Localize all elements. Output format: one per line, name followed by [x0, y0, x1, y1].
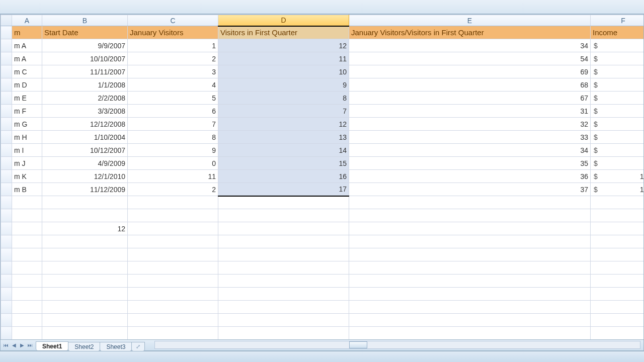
cell[interactable]: 12 [42, 222, 128, 235]
cell[interactable] [42, 235, 128, 248]
cell[interactable]: 5 [128, 92, 218, 105]
sheet-tab-1[interactable]: Sheet1 [36, 341, 68, 350]
cell[interactable] [42, 209, 128, 222]
cell[interactable]: $12.1 [591, 183, 644, 196]
cell[interactable] [218, 288, 349, 301]
cell[interactable] [591, 314, 644, 327]
row-header[interactable] [1, 327, 12, 340]
cell-B1[interactable]: Start Date [42, 26, 128, 39]
cell[interactable]: $4.1 [591, 78, 644, 92]
cell[interactable] [42, 275, 128, 288]
cell[interactable] [12, 301, 42, 314]
cell-selected-col[interactable]: 16 [218, 170, 349, 183]
cell[interactable]: $6.1 [591, 105, 644, 118]
tab-nav-last-icon[interactable]: ⏭ [27, 342, 34, 349]
cell[interactable]: m F [12, 105, 42, 118]
cell[interactable] [349, 209, 591, 222]
cell[interactable]: m K [12, 170, 42, 183]
cell[interactable]: $11.1 [591, 170, 644, 183]
cell[interactable] [128, 222, 218, 235]
cell[interactable]: $8.1 [591, 131, 644, 144]
cell-selected-col[interactable]: 8 [218, 92, 349, 105]
cell[interactable] [12, 327, 42, 340]
cell[interactable] [218, 301, 349, 314]
cell[interactable] [128, 196, 218, 209]
row-header[interactable] [1, 288, 12, 301]
cell[interactable]: 3 [128, 65, 218, 78]
cell[interactable]: $7.1 [591, 118, 644, 131]
row-header[interactable] [1, 196, 12, 209]
cell[interactable] [128, 261, 218, 275]
cell[interactable]: 11 [128, 170, 218, 183]
cell[interactable] [128, 275, 218, 288]
row-header[interactable] [1, 26, 12, 39]
cell[interactable]: 11/11/2007 [42, 65, 128, 78]
cell[interactable]: m A [12, 39, 42, 52]
tab-nav-next-icon[interactable]: ▶ [19, 342, 26, 349]
cell-selected-col[interactable]: 17 [218, 183, 349, 196]
col-header-A[interactable]: A [12, 15, 42, 26]
cell[interactable]: $1.1 [591, 65, 644, 78]
row-header[interactable] [1, 118, 12, 131]
cell[interactable]: 34 [349, 144, 591, 157]
cell[interactable] [218, 222, 349, 235]
cell[interactable]: 11/12/2009 [42, 183, 128, 196]
cell-selected-col[interactable]: 11 [218, 52, 349, 65]
cell[interactable]: 36 [349, 170, 591, 183]
cell[interactable] [12, 248, 42, 261]
worksheet-grid[interactable]: A B C D E F m Start Date January Visitor… [1, 15, 643, 339]
cell[interactable] [128, 288, 218, 301]
cell-selected-col[interactable]: 7 [218, 105, 349, 118]
cell[interactable] [218, 261, 349, 275]
cell[interactable]: 9 [128, 144, 218, 157]
cell[interactable] [12, 288, 42, 301]
col-header-F[interactable]: F [591, 15, 644, 26]
cell[interactable] [218, 327, 349, 340]
row-header[interactable] [1, 261, 12, 275]
cell[interactable] [42, 288, 128, 301]
cell-C1[interactable]: January Visitors [128, 26, 218, 39]
cell[interactable] [349, 327, 591, 340]
col-header-C[interactable]: C [128, 15, 218, 26]
cell[interactable]: 2 [128, 52, 218, 65]
cell[interactable]: m H [12, 131, 42, 144]
cell-A1[interactable]: m [12, 26, 42, 39]
cell[interactable] [218, 235, 349, 248]
row-header[interactable] [1, 52, 12, 65]
cell[interactable]: m J [12, 157, 42, 170]
cell[interactable] [591, 235, 644, 248]
row-header[interactable] [1, 209, 12, 222]
cell[interactable]: 68 [349, 78, 591, 92]
cell[interactable]: m B [12, 183, 42, 196]
cell[interactable]: m I [12, 144, 42, 157]
cell[interactable]: 9/9/2007 [42, 39, 128, 52]
cell[interactable]: 37 [349, 183, 591, 196]
cell[interactable]: 34 [349, 39, 591, 52]
col-header-B[interactable]: B [42, 15, 128, 26]
row-header[interactable] [1, 222, 12, 235]
cell[interactable] [349, 248, 591, 261]
cell[interactable]: 4 [128, 78, 218, 92]
cell-selected-col[interactable]: 12 [218, 118, 349, 131]
horizontal-scrollbar[interactable] [154, 341, 640, 349]
cell[interactable] [218, 196, 349, 209]
row-header[interactable] [1, 248, 12, 261]
cell[interactable]: 67 [349, 92, 591, 105]
row-header[interactable] [1, 78, 12, 92]
cell[interactable]: 0 [128, 157, 218, 170]
new-sheet-tab[interactable]: ⤢ [131, 342, 145, 351]
cell-selected-col[interactable]: 12 [218, 39, 349, 52]
cell[interactable]: $1.1 [591, 52, 644, 65]
row-header[interactable] [1, 314, 12, 327]
row-header[interactable] [1, 157, 12, 170]
cell[interactable]: m C [12, 65, 42, 78]
cell[interactable]: 33 [349, 131, 591, 144]
cell[interactable] [128, 327, 218, 340]
cell[interactable]: 54 [349, 52, 591, 65]
cell[interactable]: 1/10/2004 [42, 131, 128, 144]
cell[interactable] [12, 314, 42, 327]
cell[interactable] [42, 301, 128, 314]
cell[interactable] [12, 261, 42, 275]
cell[interactable]: $1.1 [591, 157, 644, 170]
cell[interactable]: 10/12/2007 [42, 144, 128, 157]
